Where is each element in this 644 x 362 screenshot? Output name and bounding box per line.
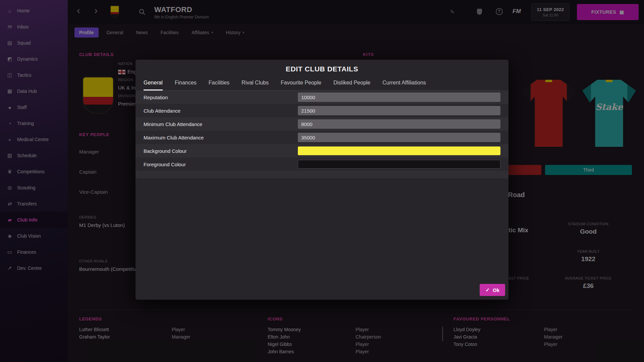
application-window: ⌂Home ✉Inbox ▤Squad ◩Dynamics ◫Tactics ▦… bbox=[0, 0, 644, 362]
ok-button[interactable]: ✓ Ok bbox=[480, 284, 505, 296]
modal-title: EDIT CLUB DETAILS bbox=[136, 60, 508, 73]
field-row-club-attendance: Club Attendance bbox=[136, 104, 508, 117]
field-row-foreground-colour: Foreground Colour bbox=[136, 158, 508, 171]
check-icon: ✓ bbox=[485, 287, 490, 293]
background-colour-swatch[interactable] bbox=[298, 146, 500, 155]
field-label: Maximum Club Attendance bbox=[144, 135, 298, 140]
field-row-reputation: Reputation bbox=[136, 90, 508, 104]
modal-tab-finances[interactable]: Finances bbox=[175, 80, 197, 90]
foreground-colour-swatch[interactable] bbox=[298, 160, 500, 169]
reputation-input[interactable] bbox=[298, 93, 500, 102]
ok-label: Ok bbox=[493, 287, 499, 293]
field-label: Foreground Colour bbox=[144, 162, 298, 167]
club-attendance-input[interactable] bbox=[298, 106, 500, 115]
field-row-background-colour: Background Colour bbox=[136, 144, 508, 158]
modal-tab-rival-clubs[interactable]: Rival Clubs bbox=[241, 80, 269, 90]
edit-club-details-modal: EDIT CLUB DETAILS General Finances Facil… bbox=[136, 60, 508, 300]
modal-tab-bar: General Finances Facilities Rival Clubs … bbox=[144, 80, 500, 90]
modal-tab-favourite-people[interactable]: Favourite People bbox=[281, 80, 321, 90]
field-row-minimum-club-attendance: Minimum Club Attendance bbox=[136, 117, 508, 131]
field-label: Background Colour bbox=[144, 148, 298, 154]
field-row-maximum-club-attendance: Maximum Club Attendance bbox=[136, 131, 508, 144]
modal-tab-disliked-people[interactable]: Disliked People bbox=[333, 80, 370, 90]
modal-tab-current-affiliations[interactable]: Current Affiliations bbox=[382, 80, 426, 90]
modal-tab-general[interactable]: General bbox=[144, 80, 163, 90]
field-label: Minimum Club Attendance bbox=[144, 121, 298, 127]
field-label: Club Attendance bbox=[144, 108, 298, 114]
empty-field-row bbox=[136, 171, 508, 178]
minimum-club-attendance-input[interactable] bbox=[298, 119, 500, 129]
maximum-club-attendance-input[interactable] bbox=[298, 133, 500, 142]
modal-tab-facilities[interactable]: Facilities bbox=[209, 80, 229, 90]
field-label: Reputation bbox=[144, 95, 298, 100]
